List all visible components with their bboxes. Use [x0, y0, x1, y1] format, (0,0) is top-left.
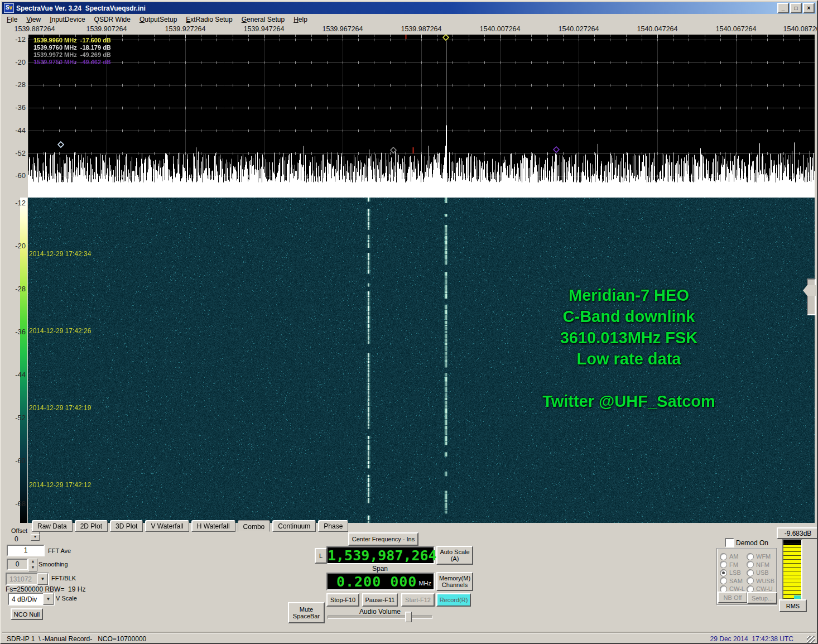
stop-button[interactable]: Stop-F10 — [326, 593, 359, 607]
nb-off-button[interactable]: NB Off — [718, 592, 748, 603]
audio-volume-label: Audio Volume — [326, 608, 434, 616]
center-frequency-button[interactable]: Center Frequency - Ins — [348, 532, 418, 546]
demod-on-checkbox[interactable] — [725, 538, 734, 547]
smoothing-spin-down[interactable]: ▼ — [28, 565, 37, 571]
maximize-button[interactable]: □ — [790, 3, 802, 13]
offset-spin-down[interactable]: ▼ — [31, 534, 40, 541]
freq-tick-label: 1540.047264 — [634, 25, 681, 33]
sample-rate-info: Fs=2500000 RBW= 19 Hz — [6, 585, 85, 593]
lock-l-button[interactable]: L — [315, 548, 327, 564]
freq-tick-label: 1539.967264 — [319, 25, 366, 33]
radio-sam[interactable]: SAM — [720, 577, 745, 585]
tab-h-waterfall[interactable]: H Waterfall — [191, 520, 235, 532]
frequency-axis: 1539.8872641539.9072641539.9272641539.94… — [1, 25, 818, 35]
menu-item-outputsetup[interactable]: OutputSetup — [135, 15, 181, 25]
radio-mode-label: WUSB — [756, 578, 774, 584]
v-scale-value: 4 dB/Div — [9, 595, 43, 603]
smoothing-input[interactable]: 0 — [7, 559, 28, 570]
auto-scale-button[interactable]: Auto Scale(A) — [436, 546, 473, 565]
waterfall-db-tick: -52 — [2, 414, 26, 422]
spectrum-db-tick: -52 — [2, 149, 26, 157]
marker-readout-line: 1539.9750 MHz -49.462 dB — [33, 59, 111, 66]
marker-readout-line: 1539.9760 MHz -18.179 dB — [33, 44, 111, 51]
freq-tick-label: 1540.007264 — [477, 25, 523, 33]
minimize-button[interactable]: _ — [777, 3, 789, 13]
app-icon: Sv — [4, 3, 14, 13]
tab-phase[interactable]: Phase — [318, 520, 348, 532]
freq-tick-label: 1539.947264 — [240, 25, 287, 33]
fft-blk-dropdown[interactable]: 131072 ▼ — [6, 573, 49, 585]
spectrum-db-tick: -12 — [2, 35, 26, 44]
spectrum-db-tick: -20 — [2, 58, 26, 66]
spectrum-db-tick: -60 — [2, 171, 26, 180]
fft-blk-value: 131072 — [7, 575, 37, 583]
radio-icon — [720, 553, 727, 560]
radio-icon — [720, 577, 727, 584]
waterfall-db-tick: -44 — [2, 371, 26, 379]
span-value: 0.200 000 — [328, 574, 417, 590]
marker-readout-line: 1539.9960 MHz -17.600 dB — [33, 37, 111, 44]
mute-button[interactable]: MuteSpaceBar — [288, 602, 325, 623]
chevron-down-icon[interactable]: ▼ — [37, 573, 48, 585]
rms-button[interactable]: RMS — [779, 599, 807, 612]
menu-item-qsdr-wide[interactable]: QSDR Wide — [90, 15, 135, 25]
memory-channels-button[interactable]: Memory(M)Channels — [436, 572, 473, 591]
audio-volume-handle[interactable] — [405, 612, 412, 622]
radio-wusb[interactable]: WUSB — [747, 577, 774, 585]
freq-tick-label: 1539.927264 — [162, 25, 209, 33]
status-clock: 29 Dec 2014 17:42:38 UTC — [710, 635, 793, 643]
radio-icon — [747, 553, 754, 560]
menu-item-file[interactable]: File — [2, 15, 22, 25]
fft-ave-input[interactable]: 1 — [7, 545, 45, 556]
menu-item-inputdevice[interactable]: InputDevice — [45, 15, 89, 25]
v-scale-dropdown[interactable]: 4 dB/Div ▼ — [8, 593, 55, 605]
resize-grip[interactable] — [807, 636, 815, 644]
tab-continuum[interactable]: Continuum — [272, 520, 316, 532]
chevron-down-icon[interactable]: ▼ — [43, 593, 54, 605]
waterfall-db-tick: -28 — [2, 285, 26, 293]
meter-peak-mark — [794, 595, 801, 599]
pause-button[interactable]: Pause-F11 — [362, 593, 398, 607]
offset-value: 0 — [15, 535, 18, 543]
waterfall-db-tick: -36 — [2, 328, 26, 336]
radio-am[interactable]: AM — [720, 552, 745, 561]
spectrum-db-tick: -44 — [2, 126, 26, 134]
radio-icon — [747, 569, 754, 576]
span-display[interactable]: 0.200 000 MHz — [326, 573, 435, 590]
spectrum-plot[interactable] — [28, 35, 815, 198]
menu-item-view[interactable]: View — [22, 15, 45, 25]
radio-wfm[interactable]: WFM — [747, 552, 774, 561]
nco-null-button[interactable]: NCO Null — [11, 608, 43, 620]
annotation-line: 3610.013MHz FSK — [503, 327, 754, 348]
center-frequency-value: 1,539,987,264 — [328, 547, 437, 564]
tab-raw-data[interactable]: Raw Data — [32, 520, 73, 532]
record-button[interactable]: Record(R) — [436, 593, 471, 607]
radio-nfm[interactable]: NFM — [747, 561, 774, 569]
tab-3d-plot[interactable]: 3D Plot — [110, 520, 143, 532]
radio-icon — [720, 561, 727, 568]
tab-combo[interactable]: Combo — [238, 520, 271, 532]
close-button[interactable]: × — [803, 3, 815, 13]
center-frequency-display[interactable]: 1,539,987,264 MHz — [326, 546, 435, 564]
waterfall-db-tick: -60 — [2, 456, 26, 465]
menu-item-general-setup[interactable]: General Setup — [237, 15, 289, 25]
smoothing-label: Smoothing — [39, 561, 68, 568]
reference-level-track[interactable] — [807, 278, 816, 315]
radio-icon — [747, 561, 754, 568]
radio-icon — [747, 577, 754, 584]
tab-v-waterfall[interactable]: V Waterfall — [145, 520, 189, 532]
freq-tick-label: 1540.067264 — [713, 25, 759, 33]
audio-volume-track[interactable] — [328, 616, 432, 619]
setup-button[interactable]: Setup... — [747, 592, 777, 604]
tab-2d-plot[interactable]: 2D Plot — [75, 520, 108, 532]
radio-lsb[interactable]: LSB — [720, 569, 745, 577]
freq-tick-label: 1540.027264 — [555, 25, 602, 33]
radio-fm[interactable]: FM — [720, 561, 745, 569]
menu-item-extradio-setup[interactable]: ExtRadio Setup — [181, 15, 237, 25]
start-button[interactable]: Start-F12 — [401, 593, 435, 607]
spectrum-db-tick: -36 — [2, 103, 26, 112]
title-bar[interactable]: Sv SpectraVue Ver. 3.24 SpectraVueqsdr.i… — [2, 2, 816, 14]
waterfall-timestamp: 2014-12-29 17:42:19 — [29, 404, 91, 412]
radio-usb[interactable]: USB — [747, 569, 774, 577]
menu-item-help[interactable]: Help — [289, 15, 312, 25]
